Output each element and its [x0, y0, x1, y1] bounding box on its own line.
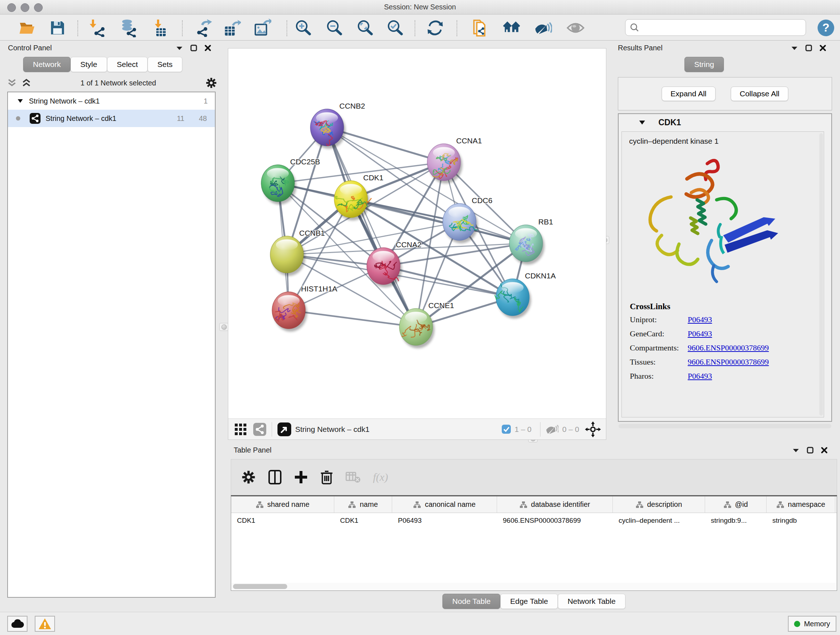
node-table[interactable]: shared namenamecanonical namedatabase id… [231, 495, 837, 591]
zoom-out-icon[interactable] [325, 19, 344, 37]
panel-menu-icon[interactable] [792, 448, 799, 453]
toolbar-separator [77, 20, 78, 36]
tab-select[interactable]: Select [107, 57, 148, 72]
collapse-all-button[interactable]: Collapse All [731, 87, 789, 101]
crosslink-link[interactable]: 9606.ENSP00000378699 [688, 343, 769, 353]
memory-label: Memory [804, 620, 830, 628]
column-header-canonical-name[interactable]: canonical name [392, 496, 497, 513]
refresh-icon[interactable] [426, 19, 444, 37]
export-image-icon[interactable] [253, 19, 271, 37]
selected-checkbox-icon[interactable] [501, 424, 511, 434]
search-box[interactable] [625, 19, 806, 36]
network-row-selected[interactable]: String Network – cdk1 11 48 [8, 110, 215, 127]
table-cell[interactable]: 9606.ENSP00000378699 [497, 513, 613, 529]
close-panel-icon[interactable] [204, 44, 211, 51]
table-options-gear-icon[interactable] [241, 470, 256, 485]
tab-network-table[interactable]: Network Table [558, 594, 625, 609]
import-database-icon[interactable] [119, 19, 137, 37]
network-graph[interactable]: CCNB2CCNA1CDC25BCDK1CDC6RB1CCNB1CCNA2CDK… [228, 49, 606, 418]
show-columns-icon[interactable] [268, 470, 282, 485]
node-label-CCNA2: CCNA2 [396, 241, 422, 249]
import-table-icon[interactable] [151, 19, 169, 37]
tab-style[interactable]: Style [71, 57, 107, 72]
network-collection-row[interactable]: String Network – cdk1 1 [8, 92, 215, 110]
collection-expand-icon[interactable] [17, 99, 23, 103]
export-network-icon[interactable] [194, 19, 212, 37]
table-hscrollbar[interactable] [232, 583, 836, 590]
column-header-database-identifier[interactable]: database identifier [497, 496, 613, 513]
close-panel-icon[interactable] [819, 44, 826, 51]
add-column-icon[interactable] [294, 470, 308, 484]
node-CCNB1[interactable]: CCNB1 [270, 229, 325, 276]
crosslink-link[interactable]: P06493 [688, 315, 712, 325]
table-cell[interactable]: CDK1 [334, 513, 392, 529]
column-header-description[interactable]: description [613, 496, 705, 513]
node-CDC25B[interactable]: CDC25B [261, 157, 320, 204]
pan-crosshair-icon[interactable] [585, 421, 601, 437]
crosslink-link[interactable]: P06493 [688, 371, 712, 381]
memory-button[interactable]: Memory [788, 616, 836, 632]
crosslink-link[interactable]: P06493 [688, 329, 712, 339]
warnings-button[interactable] [35, 616, 55, 632]
expand-all-tree-icon[interactable] [22, 79, 31, 87]
results-hscrollbar[interactable] [619, 424, 831, 428]
tab-network[interactable]: Network [23, 57, 71, 72]
entry-scrollbar[interactable] [819, 133, 823, 416]
network-canvas[interactable]: CCNB2CCNA1CDC25BCDK1CDC6RB1CCNB1CCNA2CDK… [228, 48, 606, 440]
panel-menu-icon[interactable] [176, 46, 183, 51]
entry-header[interactable]: CDK1 [619, 114, 831, 131]
edge-CDK1-RB1[interactable] [351, 199, 526, 243]
zoom-selected-icon[interactable] [386, 19, 404, 37]
zoom-fit-icon[interactable] [356, 19, 374, 37]
table-cell[interactable]: stringdb [767, 513, 835, 529]
table-cell[interactable]: P06493 [392, 513, 497, 529]
collapse-all-tree-icon[interactable] [7, 79, 17, 87]
table-cell[interactable]: CDK1 [231, 513, 334, 529]
float-panel-icon[interactable] [190, 44, 197, 51]
help-icon[interactable]: ? [817, 19, 835, 37]
grid-view-icon[interactable] [234, 423, 247, 436]
close-panel-icon[interactable] [821, 447, 828, 454]
open-session-icon[interactable] [18, 19, 36, 37]
table-row[interactable]: CDK1CDK1P064939606.ENSP00000378699cyclin… [231, 513, 837, 529]
panel-menu-icon[interactable] [791, 46, 798, 51]
birdseye-navigator-icon[interactable] [277, 422, 292, 437]
tab-node-table[interactable]: Node Table [442, 594, 500, 609]
left-splitter-grip[interactable] [219, 323, 229, 331]
delete-column-icon[interactable] [320, 470, 333, 485]
network-options-gear-icon[interactable] [205, 77, 217, 89]
float-panel-icon[interactable] [805, 44, 812, 51]
column-type-icon [256, 501, 264, 508]
export-table-icon[interactable] [223, 19, 241, 37]
node-CCNA1[interactable]: CCNA1 [427, 136, 482, 184]
column-header-name[interactable]: name [334, 496, 392, 513]
cloud-status-button[interactable] [7, 616, 27, 632]
column-header--id[interactable]: @id [705, 496, 767, 513]
crosslink-link[interactable]: 9606.ENSP00000378699 [688, 357, 769, 367]
edge-HIST1H1A-CCNE1[interactable] [289, 310, 416, 327]
column-header-shared-name[interactable]: shared name [231, 496, 334, 513]
tab-edge-table[interactable]: Edge Table [500, 594, 558, 609]
column-header-namespace[interactable]: namespace [767, 496, 835, 513]
home-icon[interactable] [503, 19, 521, 37]
node-RB1[interactable]: RB1 [509, 218, 553, 264]
share-view-icon[interactable] [253, 423, 267, 436]
show-all-icon[interactable] [567, 19, 584, 37]
save-session-icon[interactable] [49, 19, 66, 37]
edge-CCNB2-CCNE1[interactable] [327, 127, 416, 327]
node-CCNB2[interactable]: CCNB2 [310, 102, 365, 149]
table-cell[interactable]: stringdb:9... [705, 513, 767, 529]
zoom-in-icon[interactable] [294, 19, 313, 37]
import-network-icon[interactable] [90, 19, 108, 37]
search-input[interactable] [639, 24, 798, 32]
tab-string[interactable]: String [684, 57, 724, 72]
table-cell[interactable]: cyclin–dependent ... [613, 513, 705, 529]
clone-network-icon[interactable] [471, 19, 489, 37]
float-panel-icon[interactable] [807, 447, 813, 454]
hide-selected-icon[interactable] [534, 19, 552, 37]
entry-collapse-icon[interactable] [639, 120, 645, 125]
node-HIST1H1A[interactable]: HIST1H1A [272, 285, 337, 332]
tab-sets[interactable]: Sets [148, 57, 182, 72]
crosslink-label: Tissues: [630, 357, 688, 367]
expand-all-button[interactable]: Expand All [662, 87, 715, 101]
